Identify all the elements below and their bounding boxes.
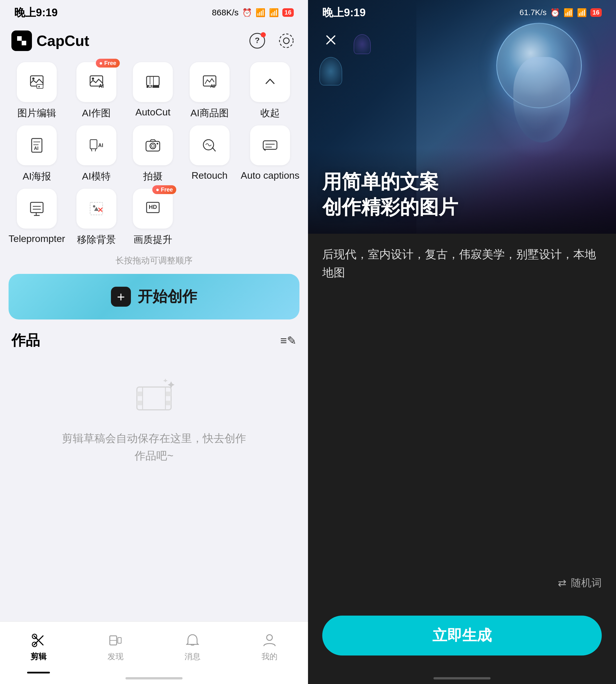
create-button-label: 开始创作 bbox=[138, 287, 197, 307]
drag-hint: 长按拖动可调整顺序 bbox=[0, 249, 308, 271]
empty-works-text: 剪辑草稿会自动保存在这里，快去创作 作品吧~ bbox=[62, 430, 246, 464]
svg-rect-39 bbox=[137, 387, 171, 410]
scissors-icon bbox=[30, 633, 46, 648]
tool-image-edit[interactable]: 图片编辑 bbox=[8, 62, 65, 120]
nav-discover[interactable]: 发现 bbox=[96, 627, 135, 668]
create-button[interactable]: + 开始创作 bbox=[8, 274, 300, 319]
svg-point-51 bbox=[267, 635, 272, 640]
nav-message[interactable]: 消息 bbox=[173, 627, 212, 668]
tool-label-teleprompter: Teleprompter bbox=[8, 233, 65, 244]
tool-retouch[interactable]: Retouch bbox=[184, 126, 235, 183]
tool-icon-ai-model: AI bbox=[76, 126, 116, 165]
left-home-indicator bbox=[0, 672, 308, 684]
tool-label-retouch: Retouch bbox=[191, 170, 227, 181]
tool-icon-image-edit bbox=[17, 62, 57, 102]
svg-rect-22 bbox=[90, 140, 97, 149]
create-section: + 开始创作 bbox=[8, 274, 300, 319]
left-status-bar: 晚上9:19 868K/s ⏰ 📶 📶 16 bbox=[0, 0, 308, 25]
tool-remove-bg[interactable]: 移除背景 bbox=[71, 189, 122, 246]
tools-section: 图片编辑 ● Free AI AI作图 bbox=[0, 56, 308, 249]
help-button[interactable]: ? bbox=[247, 30, 267, 51]
film-icon bbox=[131, 375, 177, 421]
tool-ai-poster[interactable]: AI AI海报 bbox=[8, 126, 65, 183]
person-icon bbox=[262, 633, 278, 648]
right-clock-icon: ⏰ bbox=[550, 8, 560, 17]
empty-works: 剪辑草稿会自动保存在这里，快去创作 作品吧~ bbox=[0, 359, 308, 482]
random-word-label[interactable]: 随机词 bbox=[571, 576, 602, 590]
tool-icon-autocut: AI bbox=[133, 62, 173, 102]
right-status-icons: 61.7K/s ⏰ 📶 📶 16 bbox=[520, 8, 602, 17]
tool-ai-model[interactable]: AI AI模特 bbox=[71, 126, 122, 183]
tool-icon-enhance: ● Free HD bbox=[133, 189, 173, 229]
svg-rect-40 bbox=[137, 392, 142, 396]
tool-label-ai-poster: AI海报 bbox=[23, 170, 51, 183]
right-home-indicator bbox=[308, 672, 616, 684]
svg-point-10 bbox=[92, 77, 94, 80]
tool-camera[interactable]: 拍摄 bbox=[128, 126, 178, 183]
works-header: 作品 ≡✎ bbox=[0, 328, 308, 359]
tool-icon-camera bbox=[133, 126, 173, 165]
random-word-area: ⇄ 随机词 bbox=[322, 570, 602, 596]
tool-ai-painting[interactable]: ● Free AI AI作图 bbox=[71, 62, 122, 120]
hero-text-area: 用简单的文案 创作精彩的图片 bbox=[322, 169, 458, 220]
battery-badge: 16 bbox=[282, 8, 294, 17]
close-icon bbox=[324, 32, 338, 47]
sort-icon[interactable]: ≡✎ bbox=[280, 334, 296, 347]
works-title: 作品 bbox=[12, 331, 40, 350]
svg-point-36 bbox=[93, 205, 95, 207]
tool-ai-product[interactable]: AI AI商品图 bbox=[184, 62, 235, 120]
close-button[interactable] bbox=[320, 28, 342, 51]
svg-rect-1 bbox=[17, 36, 20, 39]
left-home-bar bbox=[126, 677, 182, 680]
signal-icon-2: 📶 bbox=[269, 8, 279, 17]
generate-button-label: 立即生成 bbox=[432, 625, 492, 645]
bell-icon bbox=[184, 633, 200, 648]
tool-captions[interactable]: Auto captions bbox=[241, 126, 300, 183]
bottom-nav: 剪辑 发现 消息 我的 bbox=[0, 621, 308, 672]
svg-text:AI: AI bbox=[148, 84, 153, 89]
remove-bg-icon bbox=[88, 200, 105, 217]
tool-label-enhance: 画质提升 bbox=[133, 233, 172, 246]
left-status-icons: 868K/s ⏰ 📶 📶 16 bbox=[212, 8, 294, 17]
right-panel: 晚上9:19 61.7K/s ⏰ 📶 📶 16 bbox=[308, 0, 616, 684]
ai-product-icon: AI bbox=[201, 73, 218, 91]
signal-icon-1: 📶 bbox=[256, 8, 265, 17]
svg-point-27 bbox=[157, 143, 158, 144]
left-time: 晚上9:19 bbox=[14, 5, 58, 20]
hero-title: 用简单的文案 创作精彩的图片 bbox=[322, 169, 458, 220]
jellyfish-decoration-2 bbox=[354, 34, 371, 54]
nav-profile[interactable]: 我的 bbox=[250, 627, 289, 668]
tool-collapse[interactable]: 收起 bbox=[241, 62, 300, 120]
svg-text:HD: HD bbox=[149, 204, 157, 210]
input-section: ⇄ 随机词 bbox=[308, 234, 616, 607]
tool-label-ai-model: AI模特 bbox=[82, 170, 111, 183]
tool-label-autocut: AutoCut bbox=[135, 107, 171, 118]
teleprompter-icon bbox=[28, 200, 45, 217]
svg-text:AI: AI bbox=[99, 83, 104, 89]
clock-icon: ⏰ bbox=[242, 8, 252, 17]
svg-rect-42 bbox=[166, 392, 171, 396]
settings-button[interactable] bbox=[276, 30, 296, 51]
right-speed: 61.7K/s bbox=[520, 8, 547, 17]
nav-edit-label: 剪辑 bbox=[30, 651, 46, 662]
generate-button[interactable]: 立即生成 bbox=[322, 616, 602, 656]
tool-autocut[interactable]: AI AutoCut bbox=[128, 62, 178, 120]
svg-point-25 bbox=[150, 143, 156, 149]
right-status-bar: 晚上9:19 61.7K/s ⏰ 📶 📶 16 bbox=[308, 0, 616, 25]
tool-icon-ai-product: AI bbox=[190, 62, 229, 102]
svg-text:AI: AI bbox=[34, 146, 39, 151]
tool-enhance[interactable]: ● Free HD 画质提升 bbox=[128, 189, 178, 246]
right-home-bar bbox=[434, 677, 490, 680]
svg-rect-32 bbox=[30, 202, 43, 213]
tool-teleprompter[interactable]: Teleprompter bbox=[8, 189, 65, 246]
ai-poster-icon: AI bbox=[28, 137, 45, 154]
svg-point-26 bbox=[151, 144, 154, 147]
svg-rect-29 bbox=[263, 141, 277, 149]
svg-point-5 bbox=[280, 34, 293, 48]
nav-edit[interactable]: 剪辑 bbox=[19, 627, 58, 668]
nav-profile-label: 我的 bbox=[262, 651, 278, 662]
prompt-textarea[interactable] bbox=[322, 245, 602, 570]
svg-rect-49 bbox=[118, 638, 121, 643]
nav-message-label: 消息 bbox=[184, 651, 200, 662]
camera-icon bbox=[144, 137, 161, 154]
